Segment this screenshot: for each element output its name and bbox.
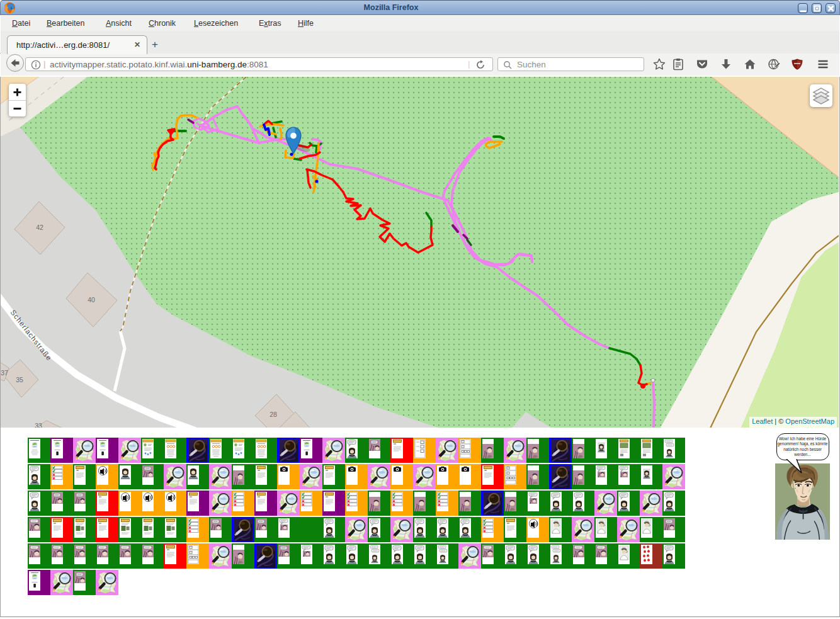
svg-text:42: 42 <box>36 224 43 231</box>
svg-text:28: 28 <box>270 411 277 418</box>
svg-text:37: 37 <box>1 369 8 377</box>
svg-text:35: 35 <box>16 376 23 383</box>
svg-text:33: 33 <box>35 422 42 428</box>
svg-text:40: 40 <box>88 296 95 304</box>
